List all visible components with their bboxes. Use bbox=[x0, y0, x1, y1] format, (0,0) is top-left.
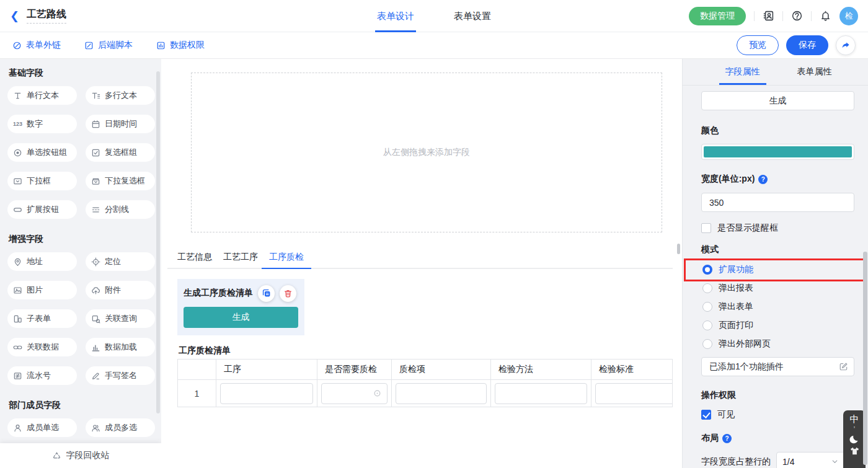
toolbar-link[interactable]: 表单外链 bbox=[12, 40, 61, 51]
plugin-input[interactable]: 已添加1个功能插件 bbox=[701, 357, 854, 376]
mode-option[interactable]: 弹出外部网页 bbox=[701, 335, 854, 353]
toolbar-link[interactable]: 后端脚本 bbox=[84, 40, 133, 51]
sidebar-scrollbar[interactable] bbox=[156, 71, 160, 413]
button-name-input[interactable]: 生成 bbox=[701, 91, 854, 110]
field-sidebar: 基础字段 单行文本多行文本123数字日期时间单选按钮组复选框组下拉框下拉复选框扩… bbox=[0, 59, 161, 468]
help-icon[interactable] bbox=[791, 10, 803, 22]
canvas-scrollbar[interactable] bbox=[677, 244, 680, 254]
cell-input[interactable] bbox=[220, 383, 313, 404]
cell-input[interactable] bbox=[396, 383, 487, 404]
ime-language-icon[interactable]: 中 bbox=[850, 413, 859, 425]
avatar[interactable]: 检 bbox=[839, 7, 858, 25]
field-item-relate-data[interactable]: 关联数据 bbox=[7, 338, 77, 356]
radio-group-icon bbox=[13, 148, 22, 157]
mode-option[interactable]: 弹出报表 bbox=[701, 279, 854, 298]
row-index-cell: 1 bbox=[178, 380, 216, 407]
permission-icon bbox=[156, 41, 166, 50]
bell-icon[interactable] bbox=[820, 10, 831, 22]
canvas-tab[interactable]: 工序质检 bbox=[269, 249, 304, 268]
toolbar-link[interactable]: 数据权限 bbox=[156, 40, 205, 51]
help-circle-icon[interactable]: ? bbox=[722, 434, 732, 443]
field-item-image[interactable]: 图片 bbox=[7, 281, 77, 299]
ime-toolbar[interactable]: 中 ʼ bbox=[843, 410, 866, 468]
data-load-icon bbox=[91, 343, 100, 352]
field-item-checkbox-group[interactable]: 复选框组 bbox=[86, 143, 155, 162]
ime-punctuation-icon[interactable]: ʼ bbox=[854, 426, 855, 433]
field-item-address[interactable]: 地址 bbox=[7, 252, 77, 271]
field-item-divider[interactable]: 分割线 bbox=[86, 200, 155, 219]
field-item-serial[interactable]: 流水号 bbox=[7, 366, 77, 385]
field-block-title: 生成工序质检清单 bbox=[184, 288, 253, 299]
field-item-attachment[interactable]: 附件 bbox=[86, 281, 155, 299]
copy-icon bbox=[262, 288, 272, 298]
save-button[interactable]: 保存 bbox=[786, 35, 828, 55]
layout-width-select[interactable]: 1/4 bbox=[776, 452, 846, 468]
back-icon[interactable]: ❮ bbox=[10, 9, 19, 23]
subtable-header-cell: 是否需要质检 bbox=[317, 360, 392, 379]
field-item-text-multi[interactable]: 多行文本 bbox=[86, 86, 155, 105]
preview-button[interactable]: 预览 bbox=[737, 35, 779, 55]
top-tab[interactable]: 表单设计 bbox=[377, 0, 414, 32]
field-item-member-multi[interactable]: 成员多选 bbox=[86, 418, 155, 437]
mode-option[interactable]: 页面打印 bbox=[701, 316, 854, 335]
help-circle-icon[interactable]: ? bbox=[758, 175, 768, 184]
field-item-expand-button[interactable]: 扩展按钮 bbox=[7, 200, 77, 219]
color-label: 颜色 bbox=[701, 125, 854, 136]
member-single-icon bbox=[13, 423, 22, 433]
edit-icon[interactable] bbox=[839, 362, 848, 371]
canvas-tab[interactable]: 工艺信息 bbox=[177, 249, 212, 268]
panel-tab[interactable]: 表单属性 bbox=[797, 59, 832, 85]
share-button[interactable] bbox=[836, 35, 856, 55]
trash-icon bbox=[283, 289, 293, 298]
field-item-data-load[interactable]: 数据加载 bbox=[86, 338, 155, 356]
sidebar-sections: 基础字段 单行文本多行文本123数字日期时间单选按钮组复选框组下拉框下拉复选框扩… bbox=[7, 68, 155, 437]
page-title: 工艺路线 bbox=[27, 8, 66, 24]
field-item-signature[interactable]: 手写签名 bbox=[86, 366, 155, 385]
datetime-icon bbox=[91, 120, 100, 129]
divider bbox=[754, 11, 755, 21]
panel-tab[interactable]: 字段属性 bbox=[725, 59, 760, 85]
moon-icon[interactable] bbox=[849, 434, 860, 444]
field-item-select[interactable]: 下拉框 bbox=[7, 172, 77, 190]
color-picker[interactable] bbox=[701, 144, 854, 160]
visible-checkbox-row[interactable]: 可见 bbox=[701, 409, 854, 420]
selected-field-block[interactable]: 生成工序质检清单 生成 bbox=[177, 279, 304, 335]
field-item-number[interactable]: 123数字 bbox=[7, 115, 77, 133]
field-item-member-single[interactable]: 成员单选 bbox=[7, 418, 77, 437]
top-tab[interactable]: 表单设置 bbox=[454, 0, 491, 32]
mode-option[interactable]: 弹出表单 bbox=[701, 298, 854, 316]
checkbox-checked-icon bbox=[701, 410, 711, 420]
divider bbox=[782, 11, 783, 21]
field-item-text-single[interactable]: 单行文本 bbox=[7, 86, 77, 105]
permission-label: 操作权限 bbox=[701, 390, 854, 401]
canvas-tab[interactable]: 工艺工序 bbox=[223, 249, 258, 268]
field-item-multiselect[interactable]: 下拉复选框 bbox=[86, 172, 155, 190]
field-item-relate-query[interactable]: 关联查询 bbox=[86, 309, 155, 328]
cell-input[interactable] bbox=[495, 383, 587, 404]
top-right-actions: 数据管理 检 bbox=[689, 7, 858, 25]
delete-field-button[interactable] bbox=[280, 285, 296, 302]
subtable-cell bbox=[491, 380, 591, 407]
generate-button[interactable]: 生成 bbox=[184, 307, 298, 328]
serial-icon bbox=[13, 371, 22, 381]
field-item-locate[interactable]: 定位 bbox=[86, 252, 155, 271]
signature-icon bbox=[91, 371, 100, 381]
panel-scrollbar[interactable] bbox=[863, 252, 867, 465]
sub-toolbar: 表单外链后端脚本数据权限 预览 保存 bbox=[0, 32, 868, 59]
field-item-subform[interactable]: 子表单 bbox=[7, 309, 77, 328]
field-item-radio-group[interactable]: 单选按钮组 bbox=[7, 143, 77, 162]
contacts-icon[interactable] bbox=[763, 10, 774, 22]
script-icon bbox=[84, 41, 94, 50]
dropzone[interactable]: 从左侧拖拽来添加字段 bbox=[191, 73, 662, 232]
cell-input[interactable] bbox=[595, 383, 673, 404]
field-item-datetime[interactable]: 日期时间 bbox=[86, 115, 155, 133]
cell-input[interactable] bbox=[321, 383, 388, 404]
shirt-icon[interactable] bbox=[849, 446, 860, 456]
subtable-cell bbox=[591, 380, 673, 407]
data-manage-button[interactable]: 数据管理 bbox=[689, 7, 746, 25]
copy-field-button[interactable] bbox=[258, 285, 275, 302]
reminder-checkbox-row[interactable]: 是否显示提醒框 bbox=[701, 223, 854, 234]
width-input[interactable]: 350 bbox=[701, 193, 854, 212]
mode-option[interactable]: 扩展功能 bbox=[701, 260, 854, 279]
field-recycle-bin[interactable]: 字段回收站 bbox=[0, 443, 161, 468]
